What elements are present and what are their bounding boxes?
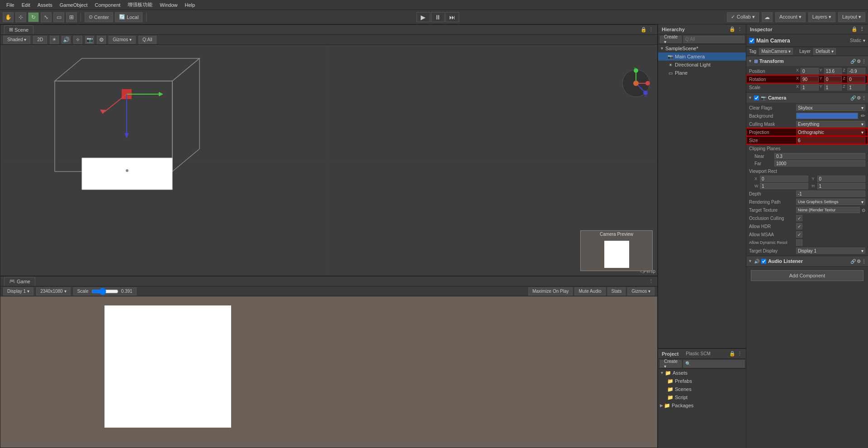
pause-button[interactable]: ⏸ — [431, 12, 445, 22]
allow-hdr-checkbox[interactable]: ✓ — [796, 223, 802, 229]
layout-dropdown[interactable]: Layout ▾ — [838, 12, 865, 22]
project-more-icon[interactable]: ⋮ — [737, 351, 742, 357]
layers-dropdown[interactable]: Layers ▾ — [808, 12, 835, 22]
play-button[interactable]: ▶ — [417, 12, 430, 22]
effects-button[interactable]: ✧ — [73, 36, 82, 44]
scene-more-icon[interactable]: ⋮ — [649, 27, 654, 33]
camera-enabled-checkbox[interactable] — [754, 95, 759, 100]
position-y[interactable]: 13.6 — [824, 68, 842, 74]
scene-lock-icon[interactable]: 🔒 — [640, 27, 647, 33]
project-prefabs[interactable]: 📁 Prefabs — [658, 377, 746, 385]
game-gizmos[interactable]: Gizmos ▾ — [627, 287, 655, 295]
hand-tool-button[interactable]: ✋ — [3, 12, 14, 22]
collab-dropdown[interactable]: ✓ Collab ▾ — [727, 12, 759, 22]
static-checkbox[interactable]: ▾ — [863, 38, 865, 43]
target-texture-pick[interactable]: ⊙ — [862, 208, 865, 213]
menu-window[interactable]: Window — [156, 1, 181, 9]
game-more-icon[interactable]: ⋮ — [649, 278, 654, 284]
audio-listener-header[interactable]: ▼ 🔊 Audio Listener 🔗 ⚙ ⋮ — [746, 256, 868, 266]
scale-y[interactable]: 1 — [824, 84, 842, 91]
project-create[interactable]: Create ▾ — [660, 360, 682, 367]
hierarchy-item-camera[interactable]: 📷 Main Camera — [658, 52, 746, 61]
camera-header[interactable]: ▼ 📷 Camera 🔗 ⚙ ⋮ — [746, 93, 868, 103]
menu-component[interactable]: Component — [91, 1, 124, 9]
hierarchy-search[interactable] — [683, 36, 745, 43]
audio-icon-more[interactable]: ⋮ — [862, 259, 866, 264]
scale-slider[interactable] — [91, 289, 119, 294]
hierarchy-create[interactable]: Create ▾ — [660, 36, 682, 43]
project-script[interactable]: 📁 Script — [658, 393, 746, 401]
scene-viewport[interactable]: Y X Z ◁Persp C — [0, 45, 657, 276]
transform-icon-more[interactable]: ⋮ — [862, 59, 866, 64]
move-tool-button[interactable]: ⊹ — [15, 12, 26, 22]
viewport-w[interactable]: 1 — [760, 183, 808, 189]
menu-assets[interactable]: Assets — [34, 1, 56, 9]
target-display-dropdown[interactable]: Display 1 ▾ — [796, 248, 865, 254]
lighting-button[interactable]: ☀ — [50, 36, 59, 44]
project-assets[interactable]: ▼ 📁 Assets — [658, 369, 746, 377]
rotation-z[interactable]: 0 — [847, 76, 865, 82]
inspector-more-icon[interactable]: ⋮ — [859, 26, 864, 32]
occlusion-culling-checkbox[interactable]: ✓ — [796, 215, 802, 221]
project-lock-icon[interactable]: 🔒 — [729, 351, 735, 357]
audio-icon-settings[interactable]: ⚙ — [857, 259, 861, 264]
scale-x[interactable]: 1 — [801, 84, 819, 91]
maximize-on-play[interactable]: Maximize On Play — [528, 287, 573, 295]
size-field[interactable]: 6 — [796, 137, 865, 143]
allow-msaa-checkbox[interactable]: ✓ — [796, 231, 802, 238]
transform-icon-settings[interactable]: ⚙ — [857, 59, 861, 64]
center-button[interactable]: ⊙ Center — [85, 12, 113, 22]
camera-icon-link[interactable]: 🔗 — [850, 95, 856, 100]
step-button[interactable]: ⏭ — [446, 12, 459, 22]
inspector-lock-icon[interactable]: 🔒 — [851, 26, 858, 32]
allow-dynamic-checkbox[interactable] — [796, 239, 802, 246]
menu-help[interactable]: Help — [181, 1, 199, 9]
go-active-checkbox[interactable] — [749, 38, 754, 43]
menu-edit[interactable]: Edit — [18, 1, 34, 9]
scene-settings-button[interactable]: ⚙ — [97, 36, 106, 44]
gizmos-dropdown[interactable]: Gizmos ▾ — [109, 36, 136, 44]
resolution-dropdown[interactable]: 2340x1080 ▾ — [36, 287, 71, 295]
plastic-label[interactable]: Plastic SCM — [686, 351, 710, 356]
transform-header[interactable]: ▼ ⊞ Transform 🔗 ⚙ ⋮ — [746, 56, 868, 66]
clear-flags-dropdown[interactable]: Skybox ▾ — [796, 105, 865, 111]
game-tab[interactable]: 🎮 Game — [4, 277, 35, 286]
menu-gameobject[interactable]: GameObject — [56, 1, 91, 9]
near-field[interactable]: 0.3 — [774, 153, 865, 159]
hierarchy-item-plane[interactable]: ▭ Plane — [658, 69, 746, 77]
menu-enhanced[interactable]: 增强板功能 — [124, 0, 156, 9]
position-x[interactable]: 0 — [801, 68, 819, 74]
menu-file[interactable]: File — [3, 1, 18, 9]
rotation-y[interactable]: 0 — [824, 76, 842, 82]
rotate-tool-button[interactable]: ↻ — [28, 12, 39, 22]
rotation-x[interactable]: 90 — [801, 76, 819, 82]
background-edit-icon[interactable]: ✏ — [861, 113, 865, 119]
viewport-h[interactable]: 1 — [817, 183, 866, 189]
qrall-dropdown[interactable]: Q:All — [138, 36, 157, 44]
mute-audio[interactable]: Mute Audio — [574, 287, 605, 295]
hierarchy-scene-root[interactable]: ▼ SampleScene* — [658, 44, 746, 52]
rect-tool-button[interactable]: ▭ — [53, 12, 64, 22]
layer-dropdown[interactable]: Default ▾ — [813, 48, 835, 55]
account-dropdown[interactable]: Account ▾ — [775, 12, 806, 22]
scale-control[interactable]: Scale 0.391 — [73, 287, 137, 295]
cloud-button[interactable]: ☁ — [762, 12, 773, 22]
camera-icon-settings[interactable]: ⚙ — [857, 95, 861, 100]
far-field[interactable]: 1000 — [774, 160, 865, 167]
hierarchy-item-light[interactable]: ☀ Directional Light — [658, 61, 746, 69]
projection-dropdown[interactable]: Orthographic ▾ — [796, 129, 865, 135]
audio-listener-checkbox[interactable] — [761, 259, 766, 264]
scene-camera-button[interactable]: 📷 — [85, 36, 94, 44]
scale-tool-button[interactable]: ⤡ — [41, 12, 52, 22]
transform-icon-link[interactable]: 🔗 — [850, 59, 856, 64]
audio-icon-link[interactable]: 🔗 — [850, 259, 856, 264]
stats-button[interactable]: Stats — [607, 287, 626, 295]
audio-button[interactable]: 🔊 — [62, 36, 71, 44]
camera-icon-more[interactable]: ⋮ — [862, 95, 866, 100]
depth-field[interactable]: -1 — [796, 191, 865, 197]
2d-button[interactable]: 2D — [33, 36, 47, 44]
local-button[interactable]: 🔄 Local — [115, 12, 142, 22]
scene-tab[interactable]: ⊞ Scene — [4, 25, 33, 34]
transform-tool-button[interactable]: ⊞ — [66, 12, 77, 22]
hierarchy-lock-icon[interactable]: 🔒 — [729, 26, 735, 32]
